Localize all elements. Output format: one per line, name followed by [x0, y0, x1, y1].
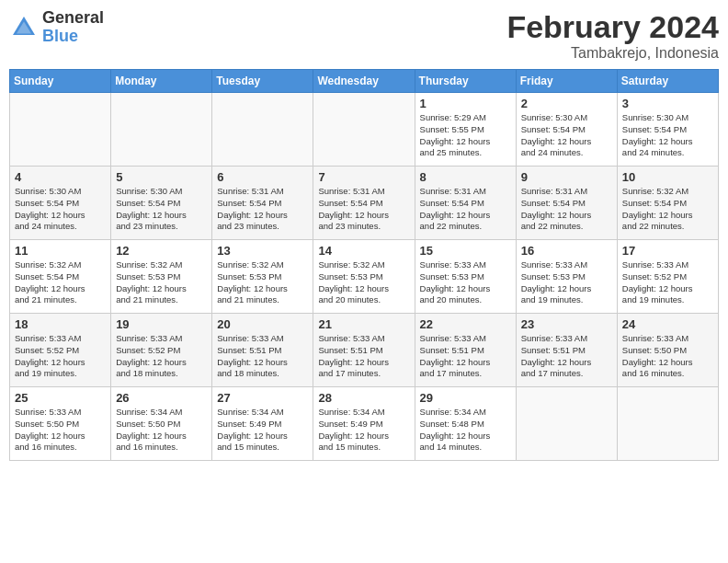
day-number: 23: [521, 317, 612, 331]
day-number: 18: [15, 317, 106, 331]
day-number: 5: [116, 170, 207, 184]
day-of-week-header: Wednesday: [313, 70, 415, 93]
day-of-week-header: Monday: [111, 70, 212, 93]
day-info: Sunrise: 5:33 AM Sunset: 5:50 PM Dayligh…: [15, 407, 106, 454]
calendar-cell: 28Sunrise: 5:34 AM Sunset: 5:49 PM Dayli…: [313, 387, 415, 461]
calendar-cell: 22Sunrise: 5:33 AM Sunset: 5:51 PM Dayli…: [415, 314, 516, 387]
calendar-cell: 26Sunrise: 5:34 AM Sunset: 5:50 PM Dayli…: [111, 387, 212, 461]
calendar-cell: 5Sunrise: 5:30 AM Sunset: 5:54 PM Daylig…: [111, 167, 212, 240]
page-header: General Blue February 2024 Tambakrejo, I…: [9, 9, 719, 62]
calendar-cell: 15Sunrise: 5:33 AM Sunset: 5:53 PM Dayli…: [415, 240, 516, 314]
calendar-week-row: 4Sunrise: 5:30 AM Sunset: 5:54 PM Daylig…: [10, 167, 719, 240]
day-info: Sunrise: 5:31 AM Sunset: 5:54 PM Dayligh…: [521, 186, 612, 233]
calendar-cell: 10Sunrise: 5:32 AM Sunset: 5:54 PM Dayli…: [617, 167, 718, 240]
calendar-week-row: 1Sunrise: 5:29 AM Sunset: 5:55 PM Daylig…: [10, 93, 719, 167]
calendar-cell: [516, 387, 617, 461]
calendar-cell: 25Sunrise: 5:33 AM Sunset: 5:50 PM Dayli…: [10, 387, 111, 461]
calendar-cell: 14Sunrise: 5:32 AM Sunset: 5:53 PM Dayli…: [313, 240, 415, 314]
day-number: 17: [622, 244, 713, 258]
day-number: 10: [622, 170, 713, 184]
day-info: Sunrise: 5:33 AM Sunset: 5:51 PM Dayligh…: [318, 333, 409, 380]
calendar-week-row: 18Sunrise: 5:33 AM Sunset: 5:52 PM Dayli…: [10, 314, 719, 387]
calendar-cell: 1Sunrise: 5:29 AM Sunset: 5:55 PM Daylig…: [415, 93, 516, 167]
day-number: 12: [116, 244, 207, 258]
calendar-cell: [617, 387, 718, 461]
day-info: Sunrise: 5:33 AM Sunset: 5:50 PM Dayligh…: [622, 333, 713, 380]
day-info: Sunrise: 5:33 AM Sunset: 5:52 PM Dayligh…: [622, 259, 713, 306]
calendar-header: SundayMondayTuesdayWednesdayThursdayFrid…: [10, 70, 719, 93]
location: Tambakrejo, Indonesia: [506, 45, 719, 62]
day-info: Sunrise: 5:34 AM Sunset: 5:48 PM Dayligh…: [420, 407, 511, 454]
day-info: Sunrise: 5:33 AM Sunset: 5:51 PM Dayligh…: [420, 333, 511, 380]
day-number: 13: [217, 244, 308, 258]
calendar-cell: [212, 93, 313, 167]
day-number: 27: [217, 391, 308, 405]
day-info: Sunrise: 5:33 AM Sunset: 5:51 PM Dayligh…: [521, 333, 612, 380]
calendar-cell: 3Sunrise: 5:30 AM Sunset: 5:54 PM Daylig…: [617, 93, 718, 167]
calendar-body: 1Sunrise: 5:29 AM Sunset: 5:55 PM Daylig…: [10, 93, 719, 461]
day-info: Sunrise: 5:30 AM Sunset: 5:54 PM Dayligh…: [622, 112, 713, 159]
calendar-cell: 12Sunrise: 5:32 AM Sunset: 5:53 PM Dayli…: [111, 240, 212, 314]
day-number: 4: [15, 170, 106, 184]
day-info: Sunrise: 5:30 AM Sunset: 5:54 PM Dayligh…: [116, 186, 207, 233]
day-info: Sunrise: 5:32 AM Sunset: 5:54 PM Dayligh…: [15, 259, 106, 306]
calendar-cell: 29Sunrise: 5:34 AM Sunset: 5:48 PM Dayli…: [415, 387, 516, 461]
day-number: 16: [521, 244, 612, 258]
title-block: February 2024 Tambakrejo, Indonesia: [506, 9, 719, 62]
calendar-cell: 11Sunrise: 5:32 AM Sunset: 5:54 PM Dayli…: [10, 240, 111, 314]
calendar-cell: 8Sunrise: 5:31 AM Sunset: 5:54 PM Daylig…: [415, 167, 516, 240]
logo-icon: [9, 13, 39, 42]
day-number: 7: [318, 170, 409, 184]
day-info: Sunrise: 5:34 AM Sunset: 5:49 PM Dayligh…: [217, 407, 308, 454]
calendar-table: SundayMondayTuesdayWednesdayThursdayFrid…: [9, 69, 719, 461]
calendar-cell: [313, 93, 415, 167]
day-number: 28: [318, 391, 409, 405]
calendar-cell: 13Sunrise: 5:32 AM Sunset: 5:53 PM Dayli…: [212, 240, 313, 314]
day-of-week-header: Friday: [516, 70, 617, 93]
day-number: 11: [15, 244, 106, 258]
calendar-cell: 7Sunrise: 5:31 AM Sunset: 5:54 PM Daylig…: [313, 167, 415, 240]
day-info: Sunrise: 5:31 AM Sunset: 5:54 PM Dayligh…: [318, 186, 409, 233]
calendar-cell: 20Sunrise: 5:33 AM Sunset: 5:51 PM Dayli…: [212, 314, 313, 387]
calendar-week-row: 11Sunrise: 5:32 AM Sunset: 5:54 PM Dayli…: [10, 240, 719, 314]
calendar-cell: 6Sunrise: 5:31 AM Sunset: 5:54 PM Daylig…: [212, 167, 313, 240]
calendar-cell: 23Sunrise: 5:33 AM Sunset: 5:51 PM Dayli…: [516, 314, 617, 387]
day-number: 20: [217, 317, 308, 331]
day-number: 3: [622, 97, 713, 110]
calendar-cell: 21Sunrise: 5:33 AM Sunset: 5:51 PM Dayli…: [313, 314, 415, 387]
day-number: 14: [318, 244, 409, 258]
calendar-cell: 18Sunrise: 5:33 AM Sunset: 5:52 PM Dayli…: [10, 314, 111, 387]
day-info: Sunrise: 5:31 AM Sunset: 5:54 PM Dayligh…: [420, 186, 511, 233]
day-number: 21: [318, 317, 409, 331]
calendar-cell: 19Sunrise: 5:33 AM Sunset: 5:52 PM Dayli…: [111, 314, 212, 387]
day-info: Sunrise: 5:33 AM Sunset: 5:53 PM Dayligh…: [521, 259, 612, 306]
day-info: Sunrise: 5:29 AM Sunset: 5:55 PM Dayligh…: [420, 112, 511, 159]
day-info: Sunrise: 5:33 AM Sunset: 5:51 PM Dayligh…: [217, 333, 308, 380]
calendar-cell: 27Sunrise: 5:34 AM Sunset: 5:49 PM Dayli…: [212, 387, 313, 461]
day-of-week-header: Thursday: [415, 70, 516, 93]
day-info: Sunrise: 5:32 AM Sunset: 5:53 PM Dayligh…: [116, 259, 207, 306]
calendar-cell: 17Sunrise: 5:33 AM Sunset: 5:52 PM Dayli…: [617, 240, 718, 314]
day-number: 19: [116, 317, 207, 331]
day-info: Sunrise: 5:34 AM Sunset: 5:50 PM Dayligh…: [116, 407, 207, 454]
calendar-cell: 2Sunrise: 5:30 AM Sunset: 5:54 PM Daylig…: [516, 93, 617, 167]
day-info: Sunrise: 5:32 AM Sunset: 5:54 PM Dayligh…: [622, 186, 713, 233]
calendar-cell: 16Sunrise: 5:33 AM Sunset: 5:53 PM Dayli…: [516, 240, 617, 314]
logo-blue-text: Blue: [42, 28, 104, 46]
day-number: 25: [15, 391, 106, 405]
day-info: Sunrise: 5:33 AM Sunset: 5:52 PM Dayligh…: [15, 333, 106, 380]
day-of-week-header: Tuesday: [212, 70, 313, 93]
day-info: Sunrise: 5:30 AM Sunset: 5:54 PM Dayligh…: [15, 186, 106, 233]
calendar-cell: 4Sunrise: 5:30 AM Sunset: 5:54 PM Daylig…: [10, 167, 111, 240]
day-number: 6: [217, 170, 308, 184]
day-info: Sunrise: 5:32 AM Sunset: 5:53 PM Dayligh…: [217, 259, 308, 306]
day-number: 24: [622, 317, 713, 331]
day-of-week-header: Sunday: [10, 70, 111, 93]
day-of-week-header: Saturday: [617, 70, 718, 93]
day-number: 1: [420, 97, 511, 110]
day-number: 9: [521, 170, 612, 184]
day-number: 29: [420, 391, 511, 405]
calendar-cell: 24Sunrise: 5:33 AM Sunset: 5:50 PM Dayli…: [617, 314, 718, 387]
logo-general-text: General: [42, 9, 104, 28]
calendar-cell: 9Sunrise: 5:31 AM Sunset: 5:54 PM Daylig…: [516, 167, 617, 240]
